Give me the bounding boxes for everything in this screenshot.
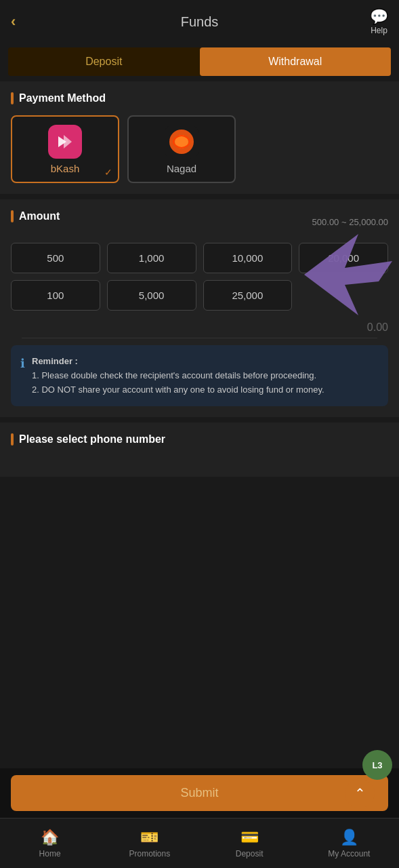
payment-method-section: Payment Method bKash ✓ <box>0 81 399 194</box>
help-label: Help <box>371 26 387 35</box>
bkash-icon <box>48 125 82 159</box>
amount-100[interactable]: 100 <box>11 280 100 311</box>
reminder-box: ℹ Reminder : 1. Please double check the … <box>11 345 388 406</box>
withdrawal-tab[interactable]: Withdrawal <box>200 47 392 76</box>
submit-label: Submit <box>180 786 218 800</box>
my-account-label: My Account <box>328 849 370 859</box>
amount-20000[interactable]: 20,000 <box>299 243 388 273</box>
info-icon: ℹ <box>20 356 25 397</box>
amount-5000[interactable]: 5,000 <box>107 280 196 311</box>
amount-1000[interactable]: 1,000 <box>107 243 196 273</box>
bkash-card[interactable]: bKash ✓ <box>11 115 119 183</box>
payment-method-title: Payment Method <box>11 92 388 104</box>
nav-my-account[interactable]: 👤 My Account <box>299 818 399 868</box>
account-icon: 👤 <box>340 829 358 846</box>
amount-title: Amount <box>11 210 60 222</box>
phone-section-title: Please select phone number <box>11 433 388 446</box>
nav-home[interactable]: 🏠 Home <box>0 818 100 868</box>
nagad-label: Nagad <box>167 163 196 174</box>
reminder-text: Reminder : 1. Please double check the re… <box>32 355 324 397</box>
deposit-label: Deposit <box>236 849 264 859</box>
amount-range: 500.00 ~ 25,000.00 <box>312 217 388 227</box>
phone-section: Please select phone number <box>0 422 399 477</box>
amount-10000[interactable]: 10,000 <box>203 243 293 273</box>
amount-buttons-row1: 500 1,000 10,000 20,000 <box>11 243 388 273</box>
reminder-title: Reminder : <box>32 356 78 366</box>
nav-deposit[interactable]: 💳 Deposit <box>200 818 299 868</box>
home-icon: 🏠 <box>41 829 59 846</box>
amount-buttons-row2: 100 5,000 25,000 <box>11 280 388 311</box>
avatar[interactable]: L3 <box>362 750 392 780</box>
deposit-tab[interactable]: Deposit <box>8 47 200 76</box>
fund-tab-bar: Deposit Withdrawal <box>8 47 391 76</box>
bkash-checkmark: ✓ <box>104 167 112 178</box>
nav-promotions[interactable]: 🎫 Promotions <box>100 818 199 868</box>
reminder-line1: 1. Please double check the recipient's a… <box>32 370 316 380</box>
amount-section: Amount 500.00 ~ 25,000.00 500 1,000 10,0… <box>0 199 399 417</box>
reminder-line2: 2. DO NOT share your account with any on… <box>32 384 324 395</box>
amount-display: 0.00 <box>11 317 388 338</box>
page-title: Funds <box>181 14 219 30</box>
amount-divider <box>22 338 377 338</box>
submit-area: Submit ⌃ <box>0 768 399 818</box>
payment-cards: bKash ✓ Nagad <box>11 115 388 183</box>
promotions-icon: 🎫 <box>140 829 159 846</box>
amount-500[interactable]: 500 <box>11 243 100 273</box>
scroll-top-button[interactable]: ⌃ <box>345 778 375 808</box>
home-label: Home <box>39 849 61 859</box>
chat-icon: 💬 <box>370 8 388 26</box>
header: ‹ Funds 💬 Help <box>0 0 399 42</box>
deposit-icon: 💳 <box>240 829 259 846</box>
submit-button[interactable]: Submit ⌃ <box>11 775 388 811</box>
bottom-nav: 🏠 Home 🎫 Promotions 💳 Deposit 👤 My Accou… <box>0 818 399 868</box>
help-button[interactable]: 💬 Help <box>370 8 388 35</box>
amount-25000[interactable]: 25,000 <box>203 280 293 311</box>
nagad-card[interactable]: Nagad <box>127 115 236 183</box>
back-button[interactable]: ‹ <box>11 13 16 31</box>
amount-header: Amount 500.00 ~ 25,000.00 <box>11 210 388 233</box>
bkash-label: bKash <box>51 163 80 174</box>
nagad-icon <box>165 125 198 159</box>
promotions-label: Promotions <box>129 849 171 859</box>
